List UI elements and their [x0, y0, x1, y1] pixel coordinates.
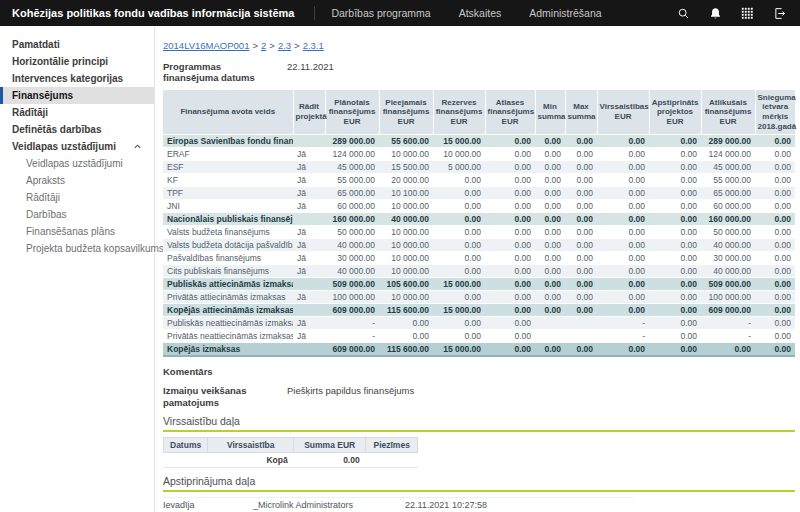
row-value: 0.00 — [649, 278, 701, 291]
table-row: TPFJā65 000.0010 100.000.000.000.000.000… — [163, 187, 795, 200]
row-value: 0.00 — [535, 213, 565, 226]
column-header: Snieguma ietvara mērķis 2018.gadā — [755, 90, 795, 135]
row-name: Cits publiskais finansējums — [163, 265, 293, 278]
row-value: 0.00 — [597, 213, 649, 226]
row-value: 0.00 — [485, 200, 535, 213]
row-name: Kopējās izmaksas — [163, 343, 293, 357]
row-value: 0.00 — [535, 200, 565, 213]
sidebar-item[interactable]: Definētās darbības — [0, 121, 154, 138]
sidebar-subitem[interactable]: Darbības — [0, 206, 154, 223]
main-content: 2014LV16MAOP001>2>2.3>2.3.1 Programmas f… — [155, 26, 800, 512]
table-row: KFJā55 000.0020 000.000.000.000.000.000.… — [163, 174, 795, 187]
row-show-in-project — [293, 213, 325, 226]
row-value: 100 000.00 — [325, 291, 379, 304]
row-value: 0.00 — [485, 187, 535, 200]
breadcrumb: 2014LV16MAOP001>2>2.3>2.3.1 — [163, 40, 795, 51]
logout-icon[interactable] — [773, 7, 786, 20]
row-value: 60 000.00 — [701, 200, 755, 213]
comment-label: Komentārs — [163, 366, 795, 377]
row-value: 124 000.00 — [325, 148, 379, 161]
table-row: Nacionālais publiskais finansējums160 00… — [163, 213, 795, 226]
row-value: 0.00 — [565, 252, 597, 265]
row-value: - — [325, 317, 379, 330]
approval-divider — [163, 490, 795, 492]
sidebar-subitem[interactable]: Rādītāji — [0, 189, 154, 206]
row-value: 0.00 — [535, 278, 565, 291]
row-value: 0.00 — [565, 174, 597, 187]
sidebar-item[interactable]: Rādītāji — [0, 104, 154, 121]
row-value: - — [597, 317, 649, 330]
row-value: 0.00 — [755, 317, 795, 330]
row-value: 289 000.00 — [325, 135, 379, 148]
row-value: 0.00 — [755, 148, 795, 161]
row-value: 0.00 — [597, 304, 649, 317]
row-value: 0.00 — [485, 252, 535, 265]
row-value: 10 000.00 — [379, 226, 433, 239]
row-value: 0.00 — [535, 252, 565, 265]
sidebar-subitem[interactable]: Veidlapas uzstādījumi — [0, 155, 154, 172]
breadcrumb-link[interactable]: 2.3 — [278, 40, 291, 51]
nav-item-1[interactable]: Atskaites — [459, 7, 502, 19]
row-name: ESF — [163, 161, 293, 174]
nav-menu: Darbības programmaAtskaitesAdministrēšan… — [331, 7, 629, 19]
sidebar-item[interactable]: Veidlapas uzstādījumi — [0, 138, 154, 155]
row-name: TPF — [163, 187, 293, 200]
row-show-in-project: Jā — [293, 148, 325, 161]
row-value: - — [325, 330, 379, 343]
notifications-icon[interactable] — [709, 7, 722, 20]
nav-item-0[interactable]: Darbības programma — [331, 7, 430, 19]
row-value: 0.00 — [485, 161, 535, 174]
row-value: 0.00 — [755, 330, 795, 343]
row-value: 0.00 — [433, 265, 485, 278]
sidebar-subitem[interactable]: Projekta budžeta kopsavilkums — [0, 240, 154, 257]
sidebar-subitem[interactable]: Finansēšanas plāns — [0, 223, 154, 240]
breadcrumb-separator: > — [269, 40, 275, 51]
row-value: 160 000.00 — [701, 213, 755, 226]
table-row: Publiskās neattiecināmās izmaksasJā-0.00… — [163, 317, 795, 330]
row-value: 15 000.00 — [433, 304, 485, 317]
sidebar-item[interactable]: Intervences kategorijas — [0, 70, 154, 87]
row-value: 0.00 — [597, 265, 649, 278]
row-name: Valsts budžeta dotācija pašvaldībām — [163, 239, 293, 252]
column-header: Virssaistības EUR — [597, 90, 649, 135]
row-value — [565, 317, 597, 330]
row-value: 0.00 — [565, 239, 597, 252]
virssaistibas-total-row: Kopā 0.00 — [164, 452, 418, 467]
row-value: 0.00 — [649, 291, 701, 304]
row-value: 20 000.00 — [379, 174, 433, 187]
row-name: Pašvaldības finansējums — [163, 252, 293, 265]
breadcrumb-link[interactable]: 2 — [261, 40, 266, 51]
virssaistibas-head-row: DatumsVirssaistībaSumma EURPiezīmes — [164, 437, 418, 452]
row-show-in-project: Jā — [293, 161, 325, 174]
approval-row: Ievadīja_Microlink Administrators22.11.2… — [163, 498, 633, 512]
row-value: 0.00 — [597, 148, 649, 161]
row-name: Publiskās attiecināmās izmaksas — [163, 278, 293, 291]
row-show-in-project: Jā — [293, 265, 325, 278]
breadcrumb-link[interactable]: 2.3.1 — [303, 40, 324, 51]
virssaistibas-total-value: 0.00 — [294, 452, 366, 467]
chevron-up-icon — [133, 142, 142, 151]
row-value: 0.00 — [649, 200, 701, 213]
table-row: Pašvaldības finansējumsJā30 000.0010 000… — [163, 252, 795, 265]
breadcrumb-link[interactable]: 2014LV16MAOP001 — [163, 40, 249, 51]
row-value: 0.00 — [535, 265, 565, 278]
sidebar-item[interactable]: Finansējums — [0, 87, 154, 104]
sidebar-item[interactable]: Pamatdati — [0, 36, 154, 53]
column-header: Apstiprināts projektos EUR — [649, 90, 701, 135]
sidebar-subitem[interactable]: Apraksts — [0, 172, 154, 189]
app-switcher-icon[interactable] — [741, 7, 754, 20]
row-value: 0.00 — [485, 304, 535, 317]
nav-item-2[interactable]: Administrēšana — [529, 7, 601, 19]
row-value: 0.00 — [485, 148, 535, 161]
row-value: 0.00 — [535, 226, 565, 239]
sidebar-item[interactable]: Horizontālie principi — [0, 53, 154, 70]
row-value: 10 000.00 — [379, 200, 433, 213]
row-value: 30 000.00 — [325, 252, 379, 265]
row-value: 0.00 — [597, 291, 649, 304]
row-value: 0.00 — [535, 239, 565, 252]
column-header: Atlikušais finansējums EUR — [701, 90, 755, 135]
top-navbar: Kohēzijas politikas fondu vadības inform… — [0, 0, 800, 26]
search-icon[interactable] — [677, 7, 690, 20]
row-value: 40 000.00 — [325, 239, 379, 252]
row-value: 10 000.00 — [433, 148, 485, 161]
